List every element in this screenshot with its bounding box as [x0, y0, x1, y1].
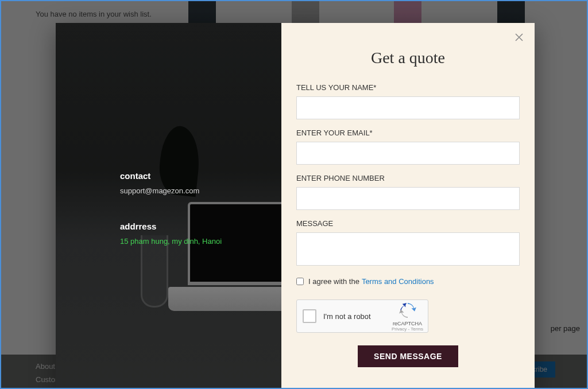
recaptcha-icon — [399, 303, 416, 318]
agree-text: I agree with the — [308, 277, 359, 286]
message-label: MESSAGE — [296, 219, 520, 228]
close-button[interactable] — [513, 31, 525, 44]
terms-link[interactable]: Terms and Conditions — [362, 277, 434, 286]
quote-modal: contact support@magezon.com addrress 15 … — [56, 23, 535, 389]
phone-input[interactable] — [296, 187, 520, 210]
email-label: ENTER YOUR EMAIL* — [296, 129, 520, 137]
recaptcha-label: I'm not a robot — [323, 312, 371, 321]
address-heading: addrress — [120, 221, 270, 231]
recaptcha-checkbox[interactable] — [303, 309, 316, 323]
send-message-button[interactable]: SEND MESSAGE — [358, 345, 458, 367]
modal-left-panel: contact support@magezon.com addrress 15 … — [56, 23, 281, 389]
name-label: TELL US YOUR NAME* — [296, 83, 520, 92]
modal-title: Get a quote — [296, 49, 520, 67]
phone-label: ENTER PHONE NUMBER — [296, 174, 520, 182]
contact-email: support@magezon.com — [120, 186, 270, 195]
recaptcha-brand: reCAPTCHA — [392, 321, 423, 326]
message-input[interactable] — [296, 232, 520, 266]
address-text: 15 pham hung, my dinh, Hanoi — [120, 237, 270, 246]
contact-heading: contact — [120, 171, 270, 181]
name-input[interactable] — [296, 96, 520, 119]
modal-right-panel: Get a quote TELL US YOUR NAME* ENTER YOU… — [281, 23, 535, 389]
close-icon — [515, 33, 523, 41]
recaptcha-widget[interactable]: I'm not a robot reCAPTCHA Privacy - Term… — [296, 299, 428, 333]
recaptcha-privacy-terms: Privacy - Terms — [392, 326, 423, 332]
email-input[interactable] — [296, 142, 520, 165]
agree-row: I agree with the Terms and Conditions — [296, 277, 520, 286]
agree-checkbox[interactable] — [296, 278, 304, 285]
